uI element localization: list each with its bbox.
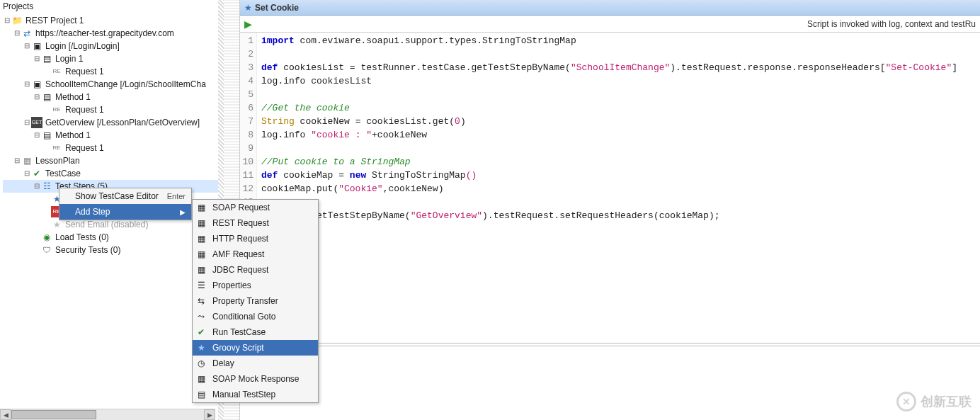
context-menu: Show TestCase Editor Enter Add Step ▶ [59, 188, 192, 220]
collapse-icon[interactable]: ⊟ [23, 116, 31, 129]
collapse-icon[interactable]: ⊟ [13, 154, 21, 167]
goto-icon: ⤳ [195, 311, 207, 322]
security-icon: 🛡 [41, 244, 52, 256]
request-icon: RE [51, 104, 62, 115]
resource-icon: GET [31, 117, 42, 128]
collapse-icon[interactable]: ⊟ [33, 52, 41, 65]
star-icon: ★ [195, 342, 207, 353]
mock-icon: ▦ [195, 373, 207, 385]
star-icon: ★ [244, 3, 252, 13]
add-step-submenu: ▦SOAP Request ▦REST Request ▦HTTP Reques… [192, 199, 319, 403]
transfer-icon: ⇆ [195, 295, 207, 307]
tree-item-endpoint[interactable]: ⊟ ⇄ https://teacher-test.grapecitydev.co… [3, 27, 219, 40]
code-editor[interactable]: 1234567891011121314 import com.eviware.s… [240, 33, 980, 342]
collapse-icon[interactable]: ⊟ [33, 180, 41, 193]
star-icon: ★ [51, 219, 62, 230]
rest-icon: ▦ [195, 217, 207, 229]
tree-item-loadtests[interactable]: ◉ Load Tests (0) [3, 231, 219, 244]
http-icon: ▦ [195, 233, 207, 244]
tree-item-service-overview[interactable]: ⊟ GET GetOverview [/LessonPlan/GetOvervi… [3, 116, 219, 129]
menu-item-show-editor[interactable]: Show TestCase Editor Enter [59, 188, 191, 204]
watermark-text: 创新互联 [921, 393, 972, 410]
editor-tab-title[interactable]: Set Cookie [255, 3, 299, 13]
submenu-manual-teststep[interactable]: ▤Manual TestStep [193, 387, 318, 402]
submenu-soap-request[interactable]: ▦SOAP Request [193, 200, 318, 215]
collapse-icon[interactable]: ⊟ [13, 27, 21, 40]
clock-icon: ◷ [195, 358, 207, 369]
code-area[interactable]: import com.eviware.soapui.support.types.… [257, 33, 957, 342]
submenu-delay[interactable]: ◷Delay [193, 356, 318, 371]
tree-item-service-login[interactable]: ⊟ ▣ Login [/Login/Login] [3, 40, 219, 52]
collapse-icon[interactable]: ⊟ [3, 14, 11, 27]
folder-icon: 📁 [11, 15, 23, 26]
resource-icon: ▣ [31, 40, 42, 52]
endpoint-icon: ⇄ [21, 28, 33, 39]
method-icon: ▤ [41, 91, 52, 103]
scroll-left-button[interactable]: ◀ [0, 409, 11, 420]
request-icon: RE [51, 142, 62, 154]
submenu-property-transfer[interactable]: ⇆Property Transfer [193, 293, 318, 309]
properties-icon: ☰ [195, 280, 207, 291]
tree-item-request[interactable]: RE Request 1 [3, 142, 219, 154]
tree-item-resource[interactable]: ⊟ ▤ Login 1 [3, 52, 219, 65]
soap-icon: ▦ [195, 202, 207, 213]
loadtest-icon: ◉ [41, 232, 52, 243]
collapse-icon[interactable]: ⊟ [33, 129, 41, 142]
method-icon: ▤ [41, 53, 52, 64]
watermark-icon: ✕ [896, 392, 916, 412]
tree-item-testcase[interactable]: ⊟ ✔ TestCase [3, 167, 219, 180]
testcase-icon: ✔ [31, 168, 42, 179]
tree-item-testsuite[interactable]: ⊟ ▦ LessonPlan [3, 154, 219, 167]
collapse-icon[interactable]: ⊟ [23, 78, 31, 91]
run-icon: ✔ [195, 327, 207, 338]
jdbc-icon: ▦ [195, 264, 207, 276]
tree-item-request[interactable]: RE Request 1 [3, 65, 219, 78]
scroll-track[interactable] [11, 409, 204, 420]
divider [240, 343, 980, 344]
tree-item-request[interactable]: RE Request 1 [3, 103, 219, 116]
amf-icon: ▦ [195, 249, 207, 260]
collapse-icon[interactable]: ⊟ [33, 91, 41, 103]
script-context-note: Script is invoked with log, context and … [807, 19, 976, 29]
tree-item-service-school[interactable]: ⊟ ▣ SchoolItemChange [/Login/SchoolItemC… [3, 78, 219, 91]
submenu-groovy-script[interactable]: ★Groovy Script [193, 340, 318, 356]
editor-panel: ★ Set Cookie ▶ Script is invoked with lo… [239, 0, 980, 420]
submenu-properties[interactable]: ☰Properties [193, 278, 318, 293]
horizontal-scrollbar[interactable]: ◀ ▶ [0, 409, 215, 420]
manual-icon: ▤ [195, 389, 207, 400]
request-icon: RE [51, 66, 62, 77]
submenu-conditional-goto[interactable]: ⤳Conditional Goto [193, 309, 318, 324]
chevron-right-icon: ▶ [180, 208, 186, 216]
resource-icon: ▣ [31, 79, 42, 90]
submenu-http-request[interactable]: ▦HTTP Request [193, 231, 318, 246]
submenu-jdbc-request[interactable]: ▦JDBC Request [193, 262, 318, 278]
method-icon: ▤ [41, 130, 52, 141]
collapse-icon[interactable]: ⊟ [23, 167, 31, 180]
tree-item-resource[interactable]: ⊟ ▤ Method 1 [3, 91, 219, 103]
editor-tab-bar: ★ Set Cookie [240, 0, 980, 16]
tree-item-resource[interactable]: ⊟ ▤ Method 1 [3, 129, 219, 142]
panel-title: Projects [0, 0, 219, 13]
tree-item-securitytests[interactable]: 🛡 Security Tests (0) [3, 244, 219, 256]
menu-item-add-step[interactable]: Add Step ▶ [59, 204, 191, 220]
submenu-amf-request[interactable]: ▦AMF Request [193, 246, 318, 262]
collapse-icon[interactable]: ⊟ [23, 40, 31, 52]
scroll-right-button[interactable]: ▶ [204, 409, 215, 420]
submenu-soap-mock[interactable]: ▦SOAP Mock Response [193, 371, 318, 387]
scroll-thumb[interactable] [11, 410, 96, 419]
watermark: ✕ 创新互联 [896, 392, 972, 412]
testsuite-icon: ▦ [21, 155, 33, 166]
steps-icon: ☷ [41, 181, 52, 192]
tree-item-project[interactable]: ⊟ 📁 REST Project 1 [3, 14, 219, 27]
submenu-rest-request[interactable]: ▦REST Request [193, 215, 318, 231]
submenu-run-testcase[interactable]: ✔Run TestCase [193, 324, 318, 340]
editor-toolbar: ▶ Script is invoked with log, context an… [240, 16, 980, 33]
run-button[interactable]: ▶ [244, 18, 252, 30]
divider [240, 346, 980, 346]
